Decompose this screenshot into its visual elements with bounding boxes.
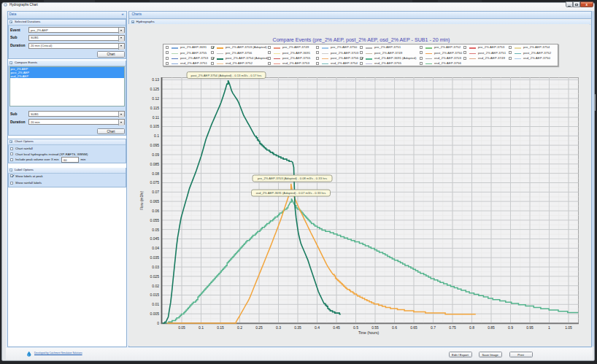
svg-text:0.055: 0.055	[150, 218, 159, 222]
svg-text:0.035: 0.035	[150, 255, 159, 260]
svg-text:0.01: 0.01	[152, 302, 159, 306]
svg-text:0.03: 0.03	[152, 265, 159, 269]
svg-text:Flow (m3/s): Flow (m3/s)	[139, 191, 144, 210]
svg-text:0.3: 0.3	[276, 325, 281, 330]
svg-text:0.6: 0.6	[392, 325, 397, 330]
svg-text:0.9: 0.9	[508, 325, 513, 330]
svg-text:Time (hours): Time (hours)	[358, 330, 379, 335]
svg-text:1: 1	[548, 325, 550, 330]
svg-text:post_2% AEP-3754 (Adopted) - 0: post_2% AEP-3754 (Adopted) - 0.13 m3/s -…	[191, 74, 262, 77]
svg-text:0.35: 0.35	[294, 325, 301, 330]
svg-text:0.1: 0.1	[199, 325, 204, 330]
svg-text:0.075: 0.075	[150, 180, 159, 185]
svg-text:0.07: 0.07	[152, 190, 159, 194]
svg-text:0.05: 0.05	[178, 325, 185, 330]
svg-text:0.5: 0.5	[353, 325, 358, 330]
svg-text:1.05: 1.05	[565, 325, 572, 330]
svg-text:0.02: 0.02	[152, 284, 159, 288]
svg-text:0.095: 0.095	[150, 143, 159, 147]
svg-text:0.45: 0.45	[333, 325, 340, 330]
svg-text:0.2: 0.2	[237, 325, 242, 330]
svg-text:0.55: 0.55	[371, 325, 379, 330]
svg-text:0.1: 0.1	[154, 133, 159, 138]
svg-text:0.09: 0.09	[152, 152, 159, 157]
svg-text:0.125: 0.125	[150, 87, 159, 91]
svg-text:0: 0	[157, 321, 159, 325]
svg-text:0.015: 0.015	[150, 293, 159, 297]
svg-text:0.08: 0.08	[152, 171, 159, 176]
svg-text:0.025: 0.025	[150, 274, 159, 279]
svg-text:0.95: 0.95	[526, 325, 534, 330]
svg-text:0.4: 0.4	[315, 325, 320, 330]
svg-text:0.005: 0.005	[150, 311, 159, 316]
svg-text:0.05: 0.05	[152, 228, 159, 232]
svg-text:0.115: 0.115	[150, 106, 159, 110]
svg-text:0.085: 0.085	[150, 162, 159, 166]
svg-text:0.045: 0.045	[150, 236, 159, 241]
svg-text:0.12: 0.12	[152, 96, 159, 101]
svg-text:osd_2% AEP-3691 (Adopted) - 0.: osd_2% AEP-3691 (Adopted) - 0.07 m3/s - …	[256, 191, 326, 195]
svg-text:0.15: 0.15	[217, 325, 224, 330]
svg-text:0.11: 0.11	[153, 115, 160, 120]
svg-text:0.65: 0.65	[410, 325, 417, 330]
svg-text:0.065: 0.065	[150, 199, 159, 204]
svg-text:0.7: 0.7	[431, 325, 436, 330]
svg-text:0.105: 0.105	[150, 124, 159, 128]
svg-text:0.75: 0.75	[449, 325, 456, 330]
svg-text:pre_2% AEP-3703 (Adopted) - 0.: pre_2% AEP-3703 (Adopted) - 0.08 m3/s - …	[258, 177, 327, 180]
svg-text:0.85: 0.85	[488, 325, 495, 330]
svg-text:0.04: 0.04	[152, 246, 159, 250]
svg-text:0.8: 0.8	[469, 325, 474, 330]
svg-text:0.13: 0.13	[152, 77, 159, 82]
svg-text:0.25: 0.25	[255, 325, 263, 330]
svg-text:0.06: 0.06	[152, 209, 159, 213]
